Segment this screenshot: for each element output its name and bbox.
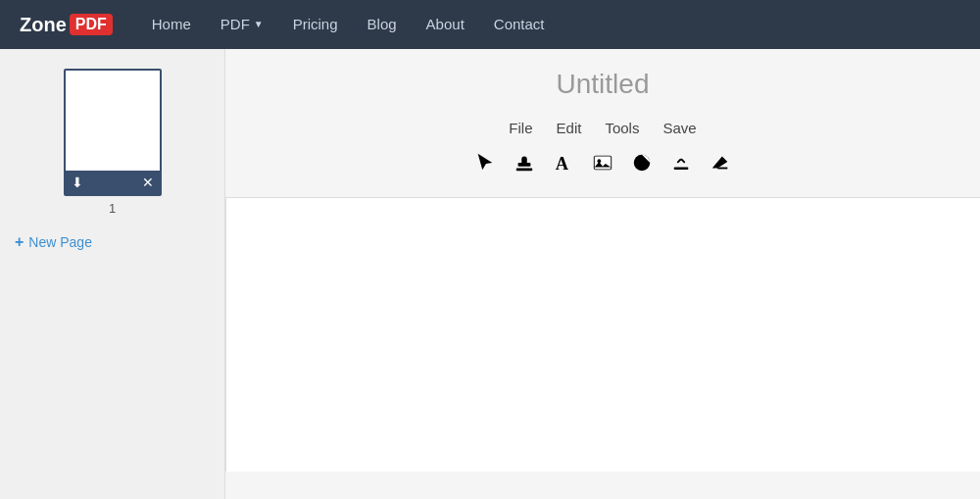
navbar: ZonePDF Home PDF ▼ Pricing Blog About Co… [0,0,980,49]
nav-links: Home PDF ▼ Pricing Blog About Contact [152,16,545,33]
menu-tools[interactable]: Tools [605,120,639,136]
menu-bar: File Edit Tools Save [509,120,696,136]
underline-tool-button[interactable] [666,148,696,177]
nav-item-contact[interactable]: Contact [494,16,545,32]
nav-item-home[interactable]: Home [152,16,191,32]
nav-item-pricing[interactable]: Pricing [293,16,338,32]
sidebar: ⬇ ✕ 1 + New Page [0,49,225,499]
stamp-icon [514,152,535,174]
page-thumbnail[interactable]: ⬇ ✕ [64,69,162,196]
plus-icon: + [15,233,24,251]
close-icon[interactable]: ✕ [142,175,154,190]
nav-item-pdf[interactable]: PDF ▼ [220,16,264,32]
menu-save[interactable]: Save [662,120,696,136]
menu-edit[interactable]: Edit [557,120,582,136]
svg-rect-7 [674,168,689,170]
svg-rect-1 [516,169,533,172]
svg-rect-9 [680,158,685,163]
cursor-tool-button[interactable] [470,148,500,177]
image-icon [592,152,613,174]
download-icon[interactable]: ⬇ [72,175,83,190]
underline-icon [670,152,692,174]
editor-area: Untitled File Edit Tools Save [225,49,980,499]
logo-pdf: PDF [70,14,113,35]
image-tool-button[interactable] [588,148,617,177]
app-container: ⬇ ✕ 1 + New Page Untitled File Edit Tool… [0,49,980,499]
nav-item-about[interactable]: About [426,16,465,32]
shape-icon [631,152,653,174]
eraser-icon [710,152,731,174]
svg-rect-8 [676,158,681,163]
nav-item-blog[interactable]: Blog [368,16,397,32]
logo-text: Zone [20,14,67,36]
logo[interactable]: ZonePDF [20,14,113,36]
text-tool-button[interactable]: A [549,148,578,177]
svg-rect-0 [518,163,531,167]
eraser-tool-button[interactable] [706,148,735,177]
chevron-down-icon: ▼ [254,19,264,29]
canvas-area[interactable] [225,197,980,472]
page-number: 1 [109,201,116,216]
new-page-button[interactable]: + New Page [15,233,92,251]
text-icon: A [553,152,574,174]
menu-file[interactable]: File [509,120,532,136]
svg-text:A: A [556,154,569,174]
thumbnail-footer: ⬇ ✕ [66,171,160,194]
document-title[interactable]: Untitled [557,69,650,100]
shape-tool-button[interactable] [627,148,657,177]
page-thumbnail-wrapper: ⬇ ✕ 1 [15,69,210,216]
toolbar: A [470,148,735,177]
new-page-label: New Page [28,234,92,250]
stamp-tool-button[interactable] [510,148,539,177]
cursor-icon [474,152,496,174]
